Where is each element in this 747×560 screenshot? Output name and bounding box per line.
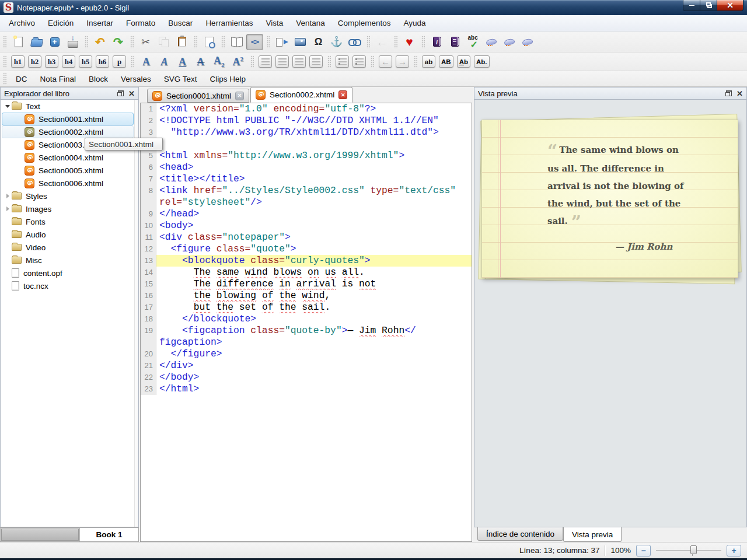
minimize-button[interactable]: [683, 0, 700, 11]
copy-button[interactable]: [155, 34, 172, 50]
bold-button[interactable]: A: [138, 54, 155, 70]
paste-button[interactable]: [173, 34, 190, 50]
menu-herramientas[interactable]: Herramientas: [199, 16, 259, 30]
collapsed-arrow-icon[interactable]: [4, 194, 12, 198]
heading-3-button[interactable]: h3: [45, 55, 58, 68]
metadata-editor-button[interactable]: [446, 34, 463, 50]
scrollbar-thumb[interactable]: [1, 528, 79, 541]
italic-button[interactable]: A: [156, 54, 173, 70]
bottom-tab-ndice-de-contenido[interactable]: Índice de contenido: [477, 527, 563, 541]
tab-close-button[interactable]: ✕: [338, 90, 347, 99]
close-button[interactable]: ✕: [717, 0, 743, 11]
subscript-button[interactable]: A2: [210, 54, 228, 70]
tree-vertical-scrollbar[interactable]: [134, 100, 138, 527]
heading-4-button[interactable]: h4: [62, 55, 75, 68]
align-justify-button[interactable]: [309, 55, 323, 68]
align-center-button[interactable]: [275, 55, 289, 68]
tree-horizontal-scrollbar[interactable]: [0, 527, 80, 542]
tree-item-misc[interactable]: Misc: [2, 254, 134, 267]
close-dock-icon[interactable]: ✕: [736, 90, 743, 97]
capitalize-button[interactable]: Ab: [457, 55, 470, 68]
align-left-button[interactable]: [259, 55, 272, 68]
collapsed-arrow-icon[interactable]: [4, 206, 12, 211]
menu-ventana[interactable]: Ventana: [289, 16, 331, 30]
cut-button[interactable]: ✂: [137, 34, 154, 50]
menu-formato[interactable]: Formato: [120, 16, 162, 30]
code-editor[interactable]: 1<?xml version="1.0" encoding="utf-8"?>2…: [140, 103, 472, 542]
find-replace-button[interactable]: [201, 34, 218, 50]
book-view-button[interactable]: [228, 34, 245, 50]
tree-item-section0006-xhtml[interactable]: Section0006.xhtml: [2, 177, 134, 190]
expanded-arrow-icon[interactable]: [4, 105, 12, 108]
book-tab[interactable]: Book 1: [80, 527, 139, 542]
redo-button[interactable]: ↷: [110, 34, 127, 50]
clip-button-versales[interactable]: Versales: [114, 73, 158, 85]
metadata-info-button[interactable]: i: [428, 34, 445, 50]
clip-button-svg-text[interactable]: SVG Text: [158, 73, 204, 85]
zoom-out-button[interactable]: −: [636, 545, 651, 556]
tree-item-images[interactable]: Images: [2, 202, 134, 215]
toolbar-grip[interactable]: [3, 55, 6, 68]
back-button[interactable]: ←: [374, 34, 390, 50]
slider-handle[interactable]: [690, 545, 697, 554]
indent-increase-button[interactable]: →: [396, 55, 409, 68]
spellcheck-button[interactable]: [465, 34, 481, 50]
plugin-2-button[interactable]: [501, 34, 518, 50]
tree-item-styles[interactable]: Styles: [2, 190, 134, 202]
tree-item-audio[interactable]: Audio: [2, 228, 134, 241]
plugin-1-button[interactable]: [483, 34, 500, 50]
tree-item-section0005-xhtml[interactable]: Section0005.xhtml: [2, 164, 134, 177]
align-right-button[interactable]: [292, 55, 306, 68]
clip-button-clips-help[interactable]: Clips Help: [204, 73, 253, 85]
menu-vista[interactable]: Vista: [259, 16, 289, 30]
tree-item-section0002-xhtml[interactable]: Section0002.xhtml: [2, 125, 134, 138]
tab-close-button[interactable]: ✕: [235, 92, 244, 100]
new-file-button[interactable]: [10, 34, 27, 50]
menu-archivo[interactable]: Archivo: [2, 16, 41, 30]
undo-button[interactable]: ↶: [92, 34, 109, 50]
clip-button-block[interactable]: Block: [82, 73, 114, 85]
float-dock-icon[interactable]: [725, 90, 732, 96]
toolbar-grip[interactable]: [3, 36, 6, 48]
bullet-list-button[interactable]: [336, 55, 349, 68]
tree-item-text[interactable]: Text: [2, 100, 134, 113]
zoom-slider[interactable]: [656, 545, 721, 556]
heading-2-button[interactable]: h2: [28, 55, 41, 68]
zoom-in-button[interactable]: +: [727, 545, 741, 556]
strikethrough-button[interactable]: A: [192, 54, 209, 70]
tree-item-content-opf[interactable]: content.opf: [2, 267, 134, 279]
plugin-3-button[interactable]: [519, 34, 536, 50]
underline-button[interactable]: A: [174, 54, 191, 70]
propercase-button[interactable]: Ab.: [474, 55, 490, 68]
insert-link-button[interactable]: [346, 34, 363, 50]
menu-complementos[interactable]: Complementos: [331, 16, 397, 30]
open-file-button[interactable]: [28, 34, 45, 50]
clip-button-dc[interactable]: DC: [9, 73, 34, 85]
add-existing-file-button[interactable]: +: [46, 34, 63, 50]
menu-buscar[interactable]: Buscar: [162, 16, 199, 30]
bottom-tab-vista-previa[interactable]: Vista previa: [563, 527, 622, 542]
menu-insertar[interactable]: Insertar: [80, 16, 120, 30]
numbered-list-button[interactable]: [352, 55, 366, 68]
donate-button[interactable]: ♥: [401, 34, 418, 50]
restore-button[interactable]: [700, 0, 717, 11]
code-view-button[interactable]: <>: [246, 34, 263, 50]
close-dock-icon[interactable]: ✕: [128, 90, 135, 97]
heading-5-button[interactable]: h5: [79, 55, 92, 68]
heading-6-button[interactable]: h6: [96, 55, 109, 68]
insert-anchor-button[interactable]: ⚓: [328, 34, 345, 50]
float-dock-icon[interactable]: [117, 90, 124, 96]
indent-decrease-button[interactable]: ←: [379, 55, 392, 68]
lowercase-button[interactable]: ab: [422, 55, 435, 68]
menu-ayuda[interactable]: Ayuda: [397, 16, 432, 30]
toolbar-grip[interactable]: [3, 72, 6, 85]
tree-item-section0001-xhtml[interactable]: Section0001.xhtml: [2, 113, 134, 125]
superscript-button[interactable]: A2: [229, 54, 247, 70]
uppercase-button[interactable]: AB: [439, 55, 453, 68]
save-button[interactable]: [64, 34, 81, 50]
split-at-cursor-button[interactable]: [274, 34, 291, 50]
tree-item-fonts[interactable]: Fonts: [2, 215, 134, 228]
insert-image-button[interactable]: [292, 34, 309, 50]
tree-item-toc-ncx[interactable]: toc.ncx: [2, 279, 134, 292]
paragraph-button[interactable]: p: [113, 55, 126, 68]
